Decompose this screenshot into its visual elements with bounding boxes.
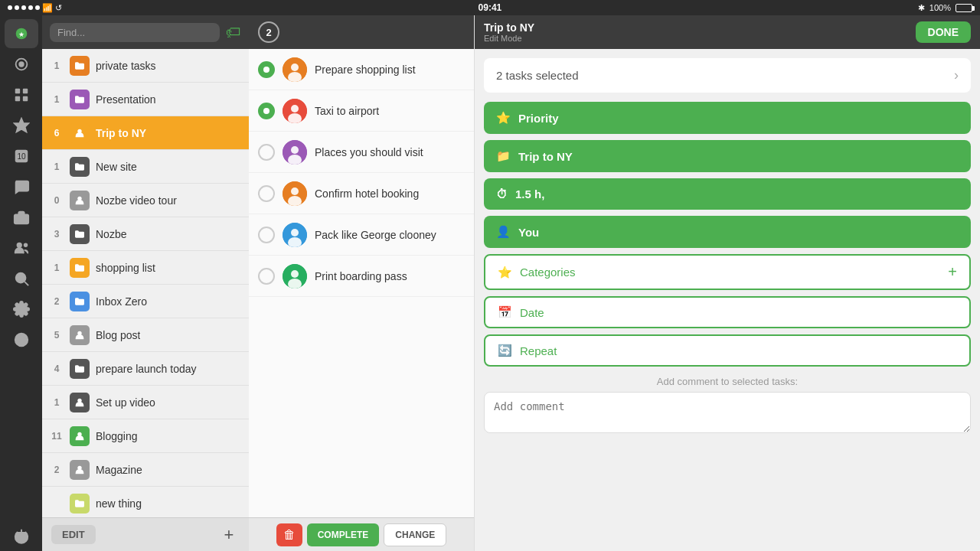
sidebar-item-grid[interactable] [5,80,38,109]
plus-icon[interactable]: + [948,263,957,281]
project-item-nozbe[interactable]: 3Nozbe [42,217,249,251]
task-checkbox[interactable] [258,144,275,161]
tag-icon[interactable]: 🏷 [226,24,241,41]
sidebar-item-home[interactable]: ★ [5,19,38,48]
task-checkbox[interactable] [258,61,275,78]
action-btn-assignee[interactable]: 👤You [484,216,971,248]
assignee-icon: 👤 [496,225,511,239]
project-icon [70,359,90,379]
sidebar-item-power[interactable] [5,522,38,551]
assignee-label: You [518,226,539,239]
project-icon [70,258,90,278]
project-item-shopping-list[interactable]: 1shopping list [42,251,249,285]
task-name: Print boarding pass [315,270,407,282]
project-item-nozbe-video-tour[interactable]: 0Nozbe video tour [42,184,249,217]
project-icon [70,494,90,514]
task-name: Confirm hotel booking [315,187,419,200]
task-checkbox[interactable] [258,185,275,202]
complete-button[interactable]: COMPLETE [307,523,380,546]
project-item-blog-post[interactable]: 5Blog post [42,318,249,352]
project-name: Nozbe [96,228,126,240]
project-count: 1 [50,262,64,273]
task-avatar [283,181,307,206]
sidebar-item-people[interactable] [5,233,38,262]
project-count: 2 [50,296,64,307]
project-item-set-up-video[interactable]: 1Set up video [42,386,249,419]
project-count: 2 [50,465,64,475]
sidebar-item-starred[interactable] [5,111,38,140]
action-btn-time[interactable]: ⏱1.5 h, [484,178,971,210]
sidebar-item-search[interactable] [5,264,38,293]
project-item-blogging[interactable]: 11Blogging [42,419,249,453]
task-avatar [283,140,307,165]
project-count: 1 [50,161,64,172]
done-button[interactable]: DONE [916,21,971,43]
task-avatar [283,99,307,123]
task-item-t5[interactable]: Pack like George clooney [249,214,474,256]
battery-percent: 100% [929,3,951,12]
task-item-t1[interactable]: Prepare shopping list [249,49,474,90]
action-buttons-container: ⭐Priority📁Trip to NY⏱1.5 h, 👤You⭐Categor… [484,102,971,367]
refresh-icon: ↺ [55,3,62,13]
svg-point-30 [291,105,299,112]
task-checkbox[interactable] [258,227,275,243]
action-btn-repeat[interactable]: 🔄Repeat [484,334,971,367]
project-item-presentation[interactable]: 1Presentation [42,83,249,116]
svg-point-3 [18,61,24,67]
sidebar-item-notifications[interactable] [5,50,38,79]
project-item-private-tasks[interactable]: 1private tasks [42,49,249,83]
task-item-t4[interactable]: Confirm hotel booking [249,173,474,214]
project-list: 🏷 1private tasks1Presentation6Trip to NY… [42,15,249,551]
task-checkbox[interactable] [258,103,275,119]
svg-text:★: ★ [18,31,24,38]
battery-icon [956,4,972,12]
project-item-prepare-launch[interactable]: 4prepare launch today [42,352,249,386]
project-name: New site [96,161,137,173]
sidebar-item-chat[interactable] [5,172,38,201]
project-item-new-thing[interactable]: new thing [42,487,249,517]
action-btn-project[interactable]: 📁Trip to NY [484,140,971,172]
project-item-trip-to-ny[interactable]: 6Trip to NY [42,116,249,150]
project-name: shopping list [96,262,155,274]
project-count: 1 [50,94,64,105]
add-project-button[interactable]: + [218,524,240,546]
trash-button[interactable]: 🗑 [276,523,302,546]
status-bar: 📶 ↺ 09:41 ✱ 100% [0,0,980,15]
project-item-new-site[interactable]: 1New site [42,150,249,184]
chevron-right-icon: › [954,67,959,83]
sidebar-item-settings[interactable] [5,295,38,324]
project-icon [70,292,90,311]
sidebar-item-badge[interactable]: 10 [5,142,38,171]
task-checkbox[interactable] [258,268,275,285]
sidebar-item-briefcase[interactable] [5,203,38,232]
edit-mode-label: Edit Mode [484,34,534,43]
project-item-inbox-zero[interactable]: 2Inbox Zero [42,285,249,318]
project-item-magazine[interactable]: 2Magazine [42,453,249,487]
task-item-t6[interactable]: Print boarding pass [249,256,474,297]
comment-input[interactable] [484,392,971,433]
edit-button[interactable]: EDIT [51,525,96,544]
right-panel-header: Trip to NY Edit Mode DONE [475,15,980,49]
task-item-t2[interactable]: Taxi to airport [249,90,474,132]
project-icon [70,325,90,345]
repeat-icon: 🔄 [498,344,512,357]
right-panel: Trip to NY Edit Mode DONE 2 tasks select… [475,15,980,551]
svg-rect-4 [15,89,19,93]
tasks-selected-bar[interactable]: 2 tasks selected › [484,58,971,93]
signal-dot [35,5,40,10]
search-input[interactable] [50,23,220,42]
sidebar-item-about[interactable] [5,325,38,354]
right-panel-content: 2 tasks selected › ⭐Priority📁Trip to NY⏱… [475,49,980,551]
action-btn-date[interactable]: 📅Date [484,296,971,328]
trip-title: Trip to NY [484,21,534,34]
project-icon [70,393,90,412]
project-icon [70,224,90,244]
comment-section-label: Add comment to selected tasks: [484,376,971,387]
change-button[interactable]: CHANGE [384,523,446,546]
project-icon [70,426,90,446]
task-list: 2 Prepare shopping listTaxi to airportPl… [249,15,475,551]
action-btn-categories[interactable]: ⭐Categories+ [484,254,971,290]
task-item-t3[interactable]: Places you should visit [249,132,474,173]
main-layout: ★ 10 [0,15,980,551]
action-btn-priority[interactable]: ⭐Priority [484,102,971,134]
